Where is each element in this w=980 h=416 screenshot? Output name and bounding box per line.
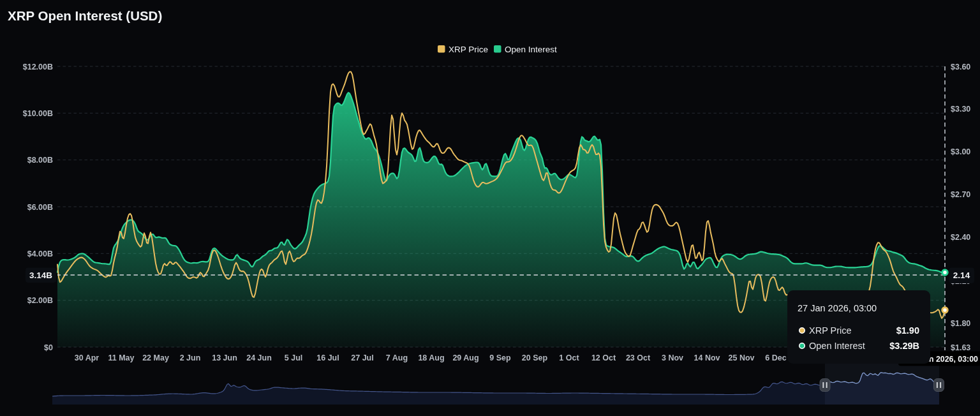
svg-text:XRP Price: XRP Price [449,45,488,54]
svg-text:$1.63: $1.63 [951,343,970,352]
svg-text:$4.00B: $4.00B [27,249,53,258]
svg-text:29 Aug: 29 Aug [452,353,479,362]
svg-text:$1.90: $1.90 [896,325,919,336]
svg-text:$3.29B: $3.29B [889,341,919,351]
svg-text:$10.00B: $10.00B [23,109,53,118]
svg-text:Open Interest: Open Interest [809,341,865,351]
svg-text:3.14B: 3.14B [29,271,52,280]
svg-text:3 Nov: 3 Nov [662,353,683,362]
svg-text:XRP Price: XRP Price [809,325,852,336]
svg-text:$0: $0 [44,343,53,352]
svg-text:9 Sep: 9 Sep [489,353,511,362]
svg-text:Open Interest: Open Interest [505,45,557,54]
svg-text:18 Aug: 18 Aug [418,353,444,362]
svg-text:$2.70: $2.70 [951,190,970,199]
svg-text:$8.00B: $8.00B [27,156,53,165]
svg-text:5 Jul: 5 Jul [285,353,303,362]
svg-text:27 Jan 2026, 03:00: 27 Jan 2026, 03:00 [798,303,877,313]
svg-text:11 May: 11 May [108,353,134,362]
svg-text:14 Nov: 14 Nov [694,353,720,362]
svg-text:$1.80: $1.80 [951,319,970,328]
svg-text:XRP Open Interest (USD): XRP Open Interest (USD) [8,8,162,23]
svg-text:30 Apr: 30 Apr [75,353,100,362]
svg-text:24 Jun: 24 Jun [246,353,272,362]
svg-text:22 May: 22 May [142,353,169,362]
svg-text:1 Oct: 1 Oct [559,353,579,362]
svg-text:6 Dec: 6 Dec [765,353,786,362]
svg-text:25 Nov: 25 Nov [729,353,755,362]
svg-text:12 Oct: 12 Oct [591,353,616,362]
svg-text:2 Jun: 2 Jun [180,353,201,362]
svg-text:$3.00: $3.00 [951,147,970,156]
svg-text:$2.40: $2.40 [951,233,970,242]
svg-text:$6.00B: $6.00B [27,203,53,212]
svg-text:20 Sep: 20 Sep [522,353,548,362]
svg-text:$3.30: $3.30 [951,105,970,114]
svg-text:$12.00B: $12.00B [23,63,53,71]
svg-text:$2.00B: $2.00B [27,296,53,305]
svg-text:13 Jun: 13 Jun [212,353,237,362]
svg-text:$3.60: $3.60 [951,63,970,71]
svg-text:27 Jul: 27 Jul [351,353,373,362]
svg-text:23 Oct: 23 Oct [626,353,651,362]
svg-text:7 Aug: 7 Aug [386,353,408,362]
svg-text:16 Jul: 16 Jul [316,353,339,362]
svg-text:2.14: 2.14 [953,271,970,280]
